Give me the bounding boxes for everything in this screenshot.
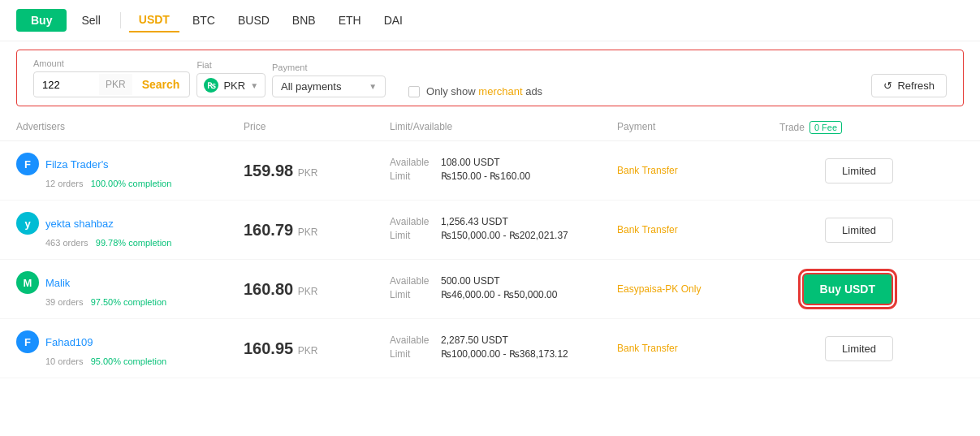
refresh-label: Refresh (897, 80, 935, 92)
available-value: 1,256.43 USDT (441, 216, 508, 227)
pkr-icon: ₨ (204, 78, 218, 93)
limit-label: Limit (390, 348, 434, 360)
amount-currency: PKR (99, 74, 132, 95)
merchant-label: Only show merchant ads (426, 85, 542, 97)
limit-value: ₨100,000.00 - ₨368,173.12 (441, 348, 568, 360)
merchant-highlight: merchant (478, 85, 522, 97)
limit-row: Limit ₨100,000.00 - ₨368,173.12 (390, 348, 617, 360)
amount-input[interactable] (34, 74, 99, 96)
price-col: 160.79 PKR (244, 221, 390, 240)
amount-group: Amount PKR Search (33, 58, 190, 97)
search-button[interactable]: Search (132, 72, 190, 97)
col-limit: Limit/Available (390, 121, 617, 134)
col-trade-wrap: Trade 0 Fee (779, 121, 893, 134)
available-label: Available (390, 216, 434, 227)
advertiser-link[interactable]: Malik (45, 277, 70, 289)
tab-eth[interactable]: ETH (329, 9, 371, 32)
limit-label: Limit (390, 230, 434, 241)
filter-bar: Amount PKR Search Fiat ₨ PKR ▼ Payment A… (16, 50, 964, 106)
tab-btc[interactable]: BTC (183, 9, 225, 32)
tab-dai[interactable]: DAI (374, 9, 412, 32)
limit-value: ₨150.00 - ₨160.00 (441, 171, 530, 182)
limit-row: Limit ₨150,000.00 - ₨202,021.37 (390, 230, 617, 241)
price-currency: PKR (298, 345, 318, 356)
available-value: 500.00 USDT (441, 275, 500, 287)
table-row: F Filza Trader's 12 orders 100.00% compl… (0, 141, 980, 201)
table-row: y yekta shahbaz 463 orders 99.78% comple… (0, 201, 980, 260)
advertiser-meta: 12 orders 100.00% completion (16, 179, 244, 188)
payment-select[interactable]: All payments ▼ (272, 76, 386, 97)
fiat-select[interactable]: ₨ PKR ▼ (196, 73, 266, 97)
price-col: 160.80 PKR (244, 280, 390, 299)
table-body: F Filza Trader's 12 orders 100.00% compl… (0, 141, 980, 378)
advertiser-meta: 39 orders 97.50% completion (16, 297, 244, 307)
tab-bnb[interactable]: BNB (283, 9, 326, 32)
col-payment: Payment (617, 121, 779, 134)
limit-col: Available 1,256.43 USDT Limit ₨150,000.0… (390, 216, 617, 244)
fee-badge: 0 Fee (809, 121, 842, 134)
amount-input-wrap: PKR Search (33, 71, 190, 97)
payment-value: All payments (281, 80, 364, 93)
limit-row: Limit ₨150.00 - ₨160.00 (390, 171, 617, 182)
col-advertisers: Advertisers (16, 121, 244, 134)
advertiser-col: F Filza Trader's 12 orders 100.00% compl… (16, 153, 244, 188)
limit-value: ₨150,000.00 - ₨202,021.37 (441, 230, 568, 241)
table-row: M Malik 39 orders 97.50% completion 160.… (0, 260, 980, 319)
limited-button[interactable]: Limited (825, 218, 893, 243)
avatar: F (16, 153, 39, 175)
advertiser-col: M Malik 39 orders 97.50% completion (16, 271, 244, 307)
avatar: F (16, 330, 39, 353)
advertiser-name-row: y yekta shahbaz (16, 212, 244, 235)
payment-col: Bank Transfer (617, 343, 779, 354)
available-label: Available (390, 335, 434, 346)
price-col: 160.95 PKR (244, 339, 390, 358)
available-label: Available (390, 157, 434, 168)
table-header: Advertisers Price Limit/Available Paymen… (0, 114, 980, 141)
available-value: 2,287.50 USDT (441, 335, 508, 346)
limit-value: ₨46,000.00 - ₨50,000.00 (441, 289, 557, 300)
price-currency: PKR (298, 167, 318, 179)
refresh-icon: ↺ (883, 80, 892, 92)
buy-usdt-button[interactable]: Buy USDT (802, 273, 893, 305)
advertiser-name-row: F Fahad109 (16, 330, 244, 353)
limit-label: Limit (390, 289, 434, 300)
refresh-button[interactable]: ↺ Refresh (871, 74, 947, 97)
buy-tab[interactable]: Buy (16, 9, 67, 32)
avatar: y (16, 212, 39, 235)
tab-bar: Buy Sell USDT BTC BUSD BNB ETH DAI (0, 0, 980, 41)
fiat-group: Fiat ₨ PKR ▼ (196, 60, 266, 97)
col-price: Price (244, 121, 390, 134)
avatar: M (16, 271, 39, 294)
price-currency: PKR (298, 286, 318, 297)
trade-col-cell: Buy USDT (779, 273, 893, 305)
amount-label: Amount (33, 58, 190, 68)
table-row: F Fahad109 10 orders 95.00% completion 1… (0, 319, 980, 378)
advertiser-name-row: M Malik (16, 271, 244, 294)
fiat-label: Fiat (196, 60, 266, 70)
limit-col: Available 2,287.50 USDT Limit ₨100,000.0… (390, 335, 617, 362)
chevron-down-icon: ▼ (369, 82, 377, 91)
fiat-value: PKR (223, 80, 245, 92)
available-row: Available 2,287.50 USDT (390, 335, 617, 346)
available-row: Available 500.00 USDT (390, 275, 617, 287)
chevron-down-icon: ▼ (250, 81, 258, 90)
advertiser-link[interactable]: Filza Trader's (45, 158, 109, 171)
advertiser-link[interactable]: yekta shahbaz (45, 218, 114, 230)
divider (120, 12, 121, 28)
limited-button[interactable]: Limited (825, 336, 893, 361)
advertiser-link[interactable]: Fahad109 (45, 336, 93, 348)
advertiser-meta: 10 orders 95.00% completion (16, 356, 244, 366)
price-col: 159.98 PKR (244, 162, 390, 180)
merchant-checkbox[interactable] (408, 86, 420, 97)
available-row: Available 1,256.43 USDT (390, 216, 617, 227)
trade-col-cell: Limited (779, 158, 893, 183)
limit-row: Limit ₨46,000.00 - ₨50,000.00 (390, 289, 617, 300)
available-row: Available 108.00 USDT (390, 157, 617, 168)
trade-col-cell: Limited (779, 336, 893, 361)
limited-button[interactable]: Limited (825, 158, 893, 183)
tab-usdt[interactable]: USDT (129, 8, 179, 32)
payment-col: Easypaisa-PK Only (617, 283, 779, 295)
tab-busd[interactable]: BUSD (228, 9, 279, 32)
sell-tab[interactable]: Sell (70, 9, 111, 32)
advertiser-meta: 463 orders 99.78% completion (16, 238, 244, 248)
